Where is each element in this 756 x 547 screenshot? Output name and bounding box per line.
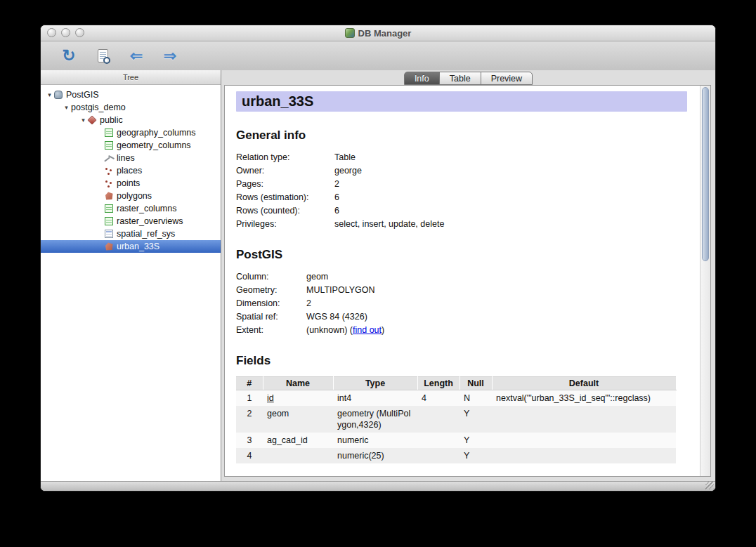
find-out-link[interactable]: find out: [353, 325, 382, 335]
info-value: select, insert, update, delete: [334, 218, 444, 231]
tab-info[interactable]: Info: [404, 72, 440, 85]
tree-item-label: public: [100, 114, 123, 126]
info-row: Column:geom: [236, 270, 384, 284]
field-length: [417, 448, 460, 463]
tree-item-label: spatial_ref_sys: [117, 228, 175, 240]
import-layer-button[interactable]: ⇐: [124, 45, 149, 67]
titlebar: DB Manager: [41, 25, 715, 41]
fields-table: #NameTypeLengthNullDefault1idint44Nnextv…: [236, 376, 677, 463]
tab-preview[interactable]: Preview: [481, 72, 533, 85]
main-area: Tree ▾PostGIS▾postgis_demo▾publicgeograp…: [41, 70, 715, 481]
tree-item-geometry_columns[interactable]: geometry_columns: [41, 139, 221, 152]
field-default: [492, 433, 676, 448]
tree-item-points[interactable]: points: [41, 177, 221, 190]
field-num: 4: [236, 448, 263, 463]
info-value: MULTIPOLYGON: [306, 284, 384, 297]
polygon-icon: [105, 242, 113, 251]
tree-list: ▾PostGIS▾postgis_demo▾publicgeography_co…: [41, 85, 221, 481]
field-name: id: [263, 390, 333, 407]
info-value: 2: [334, 178, 444, 191]
desktop-background: DB Manager ↻ ⇐ ⇒ Tree ▾PostGIS▾postgis_d…: [0, 0, 756, 547]
info-row: Rows (estimation):6: [236, 191, 444, 204]
close-button[interactable]: [47, 28, 56, 37]
info-row: Privileges:select, insert, update, delet…: [236, 218, 444, 231]
fields-col-header-name: Name: [263, 377, 333, 390]
tree-item-lines[interactable]: lines: [41, 152, 221, 164]
grid-icon: [105, 230, 113, 238]
field-null: Y: [460, 433, 492, 448]
tree-item-urban_33S[interactable]: urban_33S: [41, 240, 221, 253]
info-label: Spatial ref:: [236, 310, 306, 324]
fields-col-header-default: Default: [492, 377, 676, 390]
polygon-icon: [105, 192, 113, 200]
vertical-scrollbar[interactable]: [700, 86, 710, 476]
field-default: [492, 406, 676, 433]
fields-heading: Fields: [236, 354, 687, 368]
field-default: nextval('"urban_33S_id_seq"'::regclass): [492, 390, 676, 407]
tree-item-raster_overviews[interactable]: raster_overviews: [41, 215, 221, 228]
fields-row: 3ag_cad_idnumericY: [236, 433, 676, 448]
general-info-table: Relation type:TableOwner:georgePages:2Ro…: [236, 151, 444, 231]
resize-grip[interactable]: [705, 482, 714, 489]
info-row: Owner:george: [236, 164, 444, 178]
table-icon: [105, 204, 113, 213]
disclosure-triangle[interactable]: ▾: [45, 88, 54, 101]
info-value: 2: [306, 297, 384, 310]
info-label: Dimension:: [236, 297, 306, 310]
minimize-button[interactable]: [61, 28, 70, 37]
info-value: geom: [306, 270, 384, 284]
points-icon: [105, 166, 113, 175]
info-row: Extent:(unknown) (find out): [236, 324, 384, 337]
tree-item-label: postgis_demo: [71, 101, 126, 114]
postgis-icon: [54, 91, 63, 99]
tab-table[interactable]: Table: [439, 72, 481, 85]
tree-item-label: PostGIS: [66, 88, 99, 101]
table-icon: [105, 128, 113, 137]
object-title: urban_33S: [236, 91, 687, 112]
info-content: urban_33S General info Relation type:Tab…: [225, 86, 700, 476]
scrollbar-thumb[interactable]: [702, 87, 709, 261]
field-type: numeric: [333, 433, 417, 448]
field-type: numeric(25): [333, 448, 417, 463]
info-frame: urban_33S General info Relation type:Tab…: [224, 85, 711, 477]
field-default: [492, 448, 676, 463]
general-info-heading: General info: [236, 128, 687, 143]
field-null: Y: [460, 448, 492, 463]
tree-item-postgis_demo[interactable]: ▾postgis_demo: [41, 101, 221, 114]
field-name: [263, 448, 333, 463]
tree-item-spatial_ref_sys[interactable]: spatial_ref_sys: [41, 228, 221, 240]
tree-item-polygons[interactable]: polygons: [41, 190, 221, 202]
disclosure-triangle[interactable]: ▾: [79, 114, 88, 126]
info-row: Dimension:2: [236, 297, 384, 310]
tree-item-public[interactable]: ▾public: [41, 114, 221, 126]
export-arrow-icon: ⇒: [164, 48, 176, 64]
export-layer-button[interactable]: ⇒: [157, 45, 183, 67]
points-icon: [105, 179, 113, 187]
zoom-button[interactable]: [75, 28, 84, 37]
tree-item-label: raster_columns: [117, 202, 176, 215]
tree-item-geography_columns[interactable]: geography_columns: [41, 126, 221, 139]
db-manager-window: DB Manager ↻ ⇐ ⇒ Tree ▾PostGIS▾postgis_d…: [40, 25, 716, 492]
sql-window-button[interactable]: [90, 45, 115, 67]
tree-item-places[interactable]: places: [41, 164, 221, 177]
tree-panel-header: Tree: [41, 70, 221, 85]
table-icon: [105, 217, 113, 225]
sql-window-icon: [98, 49, 108, 62]
tree-item-PostGIS[interactable]: ▾PostGIS: [41, 88, 221, 101]
import-arrow-icon: ⇐: [130, 48, 143, 64]
disclosure-triangle[interactable]: ▾: [62, 101, 71, 114]
fields-col-header-null: Null: [460, 377, 492, 390]
info-label: Geometry:: [236, 284, 306, 297]
info-label: Rows (counted):: [236, 204, 334, 218]
refresh-button[interactable]: ↻: [56, 45, 82, 67]
field-length: [417, 406, 460, 433]
schema-icon: [87, 115, 97, 125]
info-value: george: [334, 164, 444, 178]
toolbar: ↻ ⇐ ⇒: [41, 41, 715, 71]
table-icon: [105, 141, 113, 150]
tree-item-label: geography_columns: [117, 126, 196, 139]
tree-item-raster_columns[interactable]: raster_columns: [41, 202, 221, 215]
info-value: Table: [334, 151, 444, 164]
fields-row: 2geomgeometry (MultiPolygon,4326)Y: [236, 406, 676, 433]
fields-col-header-length: Length: [417, 377, 460, 390]
